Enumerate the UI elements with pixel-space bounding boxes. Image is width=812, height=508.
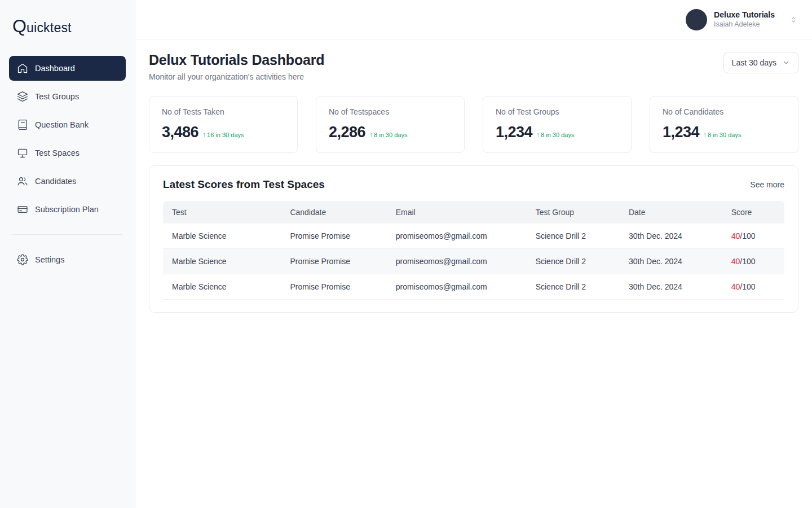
stats-row: No of Tests Taken 3,486 ↑16 in 30 days N…	[149, 96, 798, 153]
sidebar-item-subscription-plan[interactable]: Subscription Plan	[9, 197, 126, 222]
main-area: Deluxe Tutorials Isaiah Adeleke Delux Tu…	[135, 0, 812, 508]
date-range-label: Last 30 days	[732, 58, 776, 67]
gear-icon	[17, 254, 28, 265]
stat-card-test-groups: No of Test Groups 1,234 ↑8 in 30 days	[483, 96, 632, 153]
sidebar-item-label: Question Bank	[35, 120, 89, 129]
cell-date: 30th Dec. 2024	[620, 249, 722, 274]
stat-card-tests-taken: No of Tests Taken 3,486 ↑16 in 30 days	[149, 96, 298, 153]
stat-label: No of Test Groups	[496, 107, 619, 116]
cell-email: promiseomos@gmail.com	[387, 274, 527, 300]
table-row[interactable]: Marble Science Promise Promise promiseom…	[163, 274, 784, 300]
chevron-down-icon	[782, 59, 790, 67]
monitor-icon	[17, 147, 28, 159]
sidebar-item-label: Test Spaces	[35, 148, 80, 157]
scores-card-title: Latest Scores from Test Spaces	[163, 178, 325, 191]
cell-date: 30th Dec. 2024	[620, 224, 722, 249]
trend-up-icon: ↑	[202, 131, 206, 139]
account-switcher[interactable]: Deluxe Tutorials Isaiah Adeleke	[686, 9, 797, 30]
date-range-dropdown[interactable]: Last 30 days	[723, 52, 798, 73]
see-more-link[interactable]: See more	[750, 180, 784, 189]
account-names: Deluxe Tutorials Isaiah Adeleke	[714, 10, 775, 29]
table-row[interactable]: Marble Science Promise Promise promiseom…	[163, 224, 784, 249]
column-header-candidate: Candidate	[281, 201, 386, 224]
cell-candidate: Promise Promise	[281, 274, 386, 300]
sidebar-item-test-spaces[interactable]: Test Spaces	[9, 141, 126, 165]
stat-value: 3,486	[162, 124, 198, 141]
app-window: Quicktest Dashboard Test Groups Question	[0, 0, 812, 508]
cell-test: Marble Science	[163, 224, 281, 249]
page-title-block: Delux Tutorials Dashboard Monitor all yo…	[149, 52, 324, 81]
dashboard-content: Delux Tutorials Dashboard Monitor all yo…	[135, 40, 812, 325]
stat-delta: ↑8 in 30 days	[369, 131, 407, 139]
trend-up-icon: ↑	[703, 131, 707, 139]
account-user-name: Isaiah Adeleke	[714, 20, 775, 29]
stat-delta: ↑8 in 30 days	[703, 131, 741, 139]
stat-label: No of Candidates	[663, 107, 785, 116]
stat-delta: ↑16 in 30 days	[202, 131, 244, 139]
sidebar-item-settings[interactable]: Settings	[9, 247, 126, 272]
sidebar-item-label: Subscription Plan	[35, 205, 99, 214]
layers-icon	[17, 91, 28, 102]
latest-scores-card: Latest Scores from Test Spaces See more …	[149, 165, 798, 313]
cell-test-group: Science Drill 2	[527, 274, 620, 300]
page-header: Delux Tutorials Dashboard Monitor all yo…	[149, 52, 798, 81]
sidebar: Quicktest Dashboard Test Groups Question	[0, 0, 135, 508]
book-icon	[17, 119, 28, 130]
column-header-test: Test	[163, 201, 281, 224]
brand-logo: Quicktest	[9, 14, 126, 37]
scores-table: Test Candidate Email Test Group Date Sco…	[163, 201, 784, 300]
stat-value: 1,234	[663, 124, 699, 141]
stat-value: 1,234	[496, 124, 532, 141]
brand-name: Quicktest	[12, 16, 72, 37]
cell-candidate: Promise Promise	[281, 224, 386, 249]
sidebar-item-label: Test Groups	[35, 92, 79, 101]
cell-email: promiseomos@gmail.com	[387, 224, 527, 249]
stat-value: 2,286	[329, 124, 365, 141]
users-icon	[17, 176, 28, 187]
column-header-email: Email	[387, 201, 527, 224]
cell-test-group: Science Drill 2	[527, 249, 620, 274]
cell-candidate: Promise Promise	[281, 249, 386, 274]
column-header-score: Score	[722, 201, 784, 224]
sidebar-item-label: Candidates	[35, 177, 76, 186]
cell-test: Marble Science	[163, 249, 281, 274]
sidebar-item-label: Dashboard	[35, 64, 75, 73]
sidebar-nav: Dashboard Test Groups Question Bank Test…	[9, 56, 126, 272]
sidebar-item-label: Settings	[35, 255, 64, 264]
trend-up-icon: ↑	[536, 131, 540, 139]
topbar: Deluxe Tutorials Isaiah Adeleke	[135, 0, 812, 40]
table-row[interactable]: Marble Science Promise Promise promiseom…	[163, 249, 784, 274]
table-header-row: Test Candidate Email Test Group Date Sco…	[163, 201, 784, 224]
sidebar-item-test-groups[interactable]: Test Groups	[9, 84, 126, 109]
cell-email: promiseomos@gmail.com	[387, 249, 527, 274]
sidebar-item-dashboard[interactable]: Dashboard	[9, 56, 126, 81]
cell-score: 40/100	[722, 274, 784, 300]
column-header-date: Date	[620, 201, 722, 224]
stat-label: No of Tests Taken	[162, 107, 285, 116]
card-icon	[17, 204, 28, 215]
cell-date: 30th Dec. 2024	[620, 274, 722, 300]
trend-up-icon: ↑	[369, 131, 373, 139]
cell-score: 40/100	[722, 224, 784, 249]
column-header-test-group: Test Group	[527, 201, 620, 224]
avatar	[686, 9, 707, 30]
sidebar-item-question-bank[interactable]: Question Bank	[9, 112, 126, 137]
cell-test-group: Science Drill 2	[527, 224, 620, 249]
cell-score: 40/100	[722, 249, 784, 274]
chevron-up-down-icon	[789, 15, 797, 24]
scores-card-header: Latest Scores from Test Spaces See more	[163, 178, 784, 191]
account-org-name: Deluxe Tutorials	[714, 10, 775, 20]
home-icon	[17, 63, 28, 74]
page-subtitle: Monitor all your organization's activiti…	[149, 72, 324, 81]
stat-delta: ↑8 in 30 days	[536, 131, 574, 139]
sidebar-divider	[12, 234, 122, 235]
page-title: Delux Tutorials Dashboard	[149, 52, 324, 68]
stat-card-testspaces: No of Testspaces 2,286 ↑8 in 30 days	[316, 96, 465, 153]
sidebar-item-candidates[interactable]: Candidates	[9, 169, 126, 194]
cell-test: Marble Science	[163, 274, 281, 300]
stat-label: No of Testspaces	[329, 107, 452, 116]
stat-card-candidates: No of Candidates 1,234 ↑8 in 30 days	[650, 96, 798, 153]
